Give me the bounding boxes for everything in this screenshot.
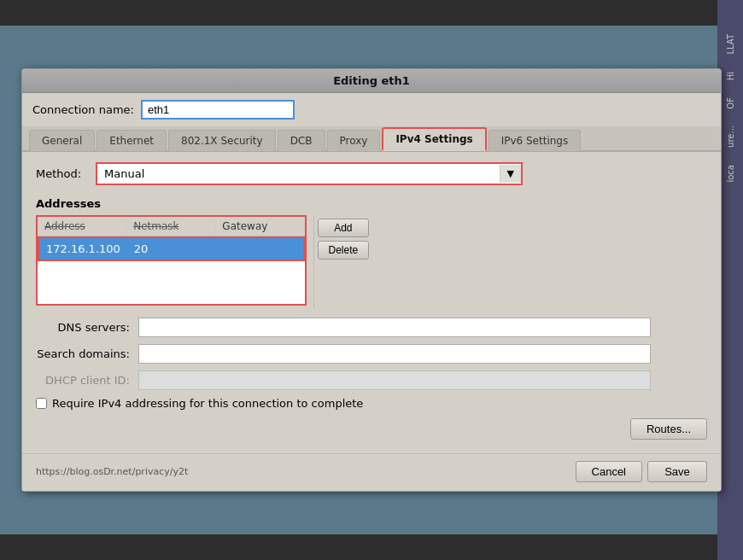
dialog-content: Method: Manual ▼ Addresses Address Netma… [22,152,721,453]
addresses-section-title: Addresses [36,197,707,210]
checkbox-row: Require IPv4 addressing for this connect… [36,397,707,410]
dhcp-row: DHCP client ID: [36,370,707,390]
col-netmask: Netmask [126,217,215,236]
cell-address: 172.16.1.100 [39,238,127,260]
dns-label: DNS servers: [36,321,130,334]
dhcp-label: DHCP client ID: [36,374,130,387]
method-value: Manual [97,164,500,184]
delete-button[interactable]: Delete [318,241,370,260]
footer-url: https://blog.osDr.net/privacy/y2t [36,466,188,477]
table-row[interactable]: 172.16.1.100 20 [38,236,305,261]
table-empty-space [38,261,305,304]
dhcp-input [138,370,651,390]
dialog-title: Editing eth1 [22,69,721,93]
save-button[interactable]: Save [647,461,707,482]
method-dropdown-arrow[interactable]: ▼ [500,165,521,183]
cancel-button[interactable]: Cancel [576,461,642,482]
address-action-buttons: Add Delete [313,215,373,309]
col-address: Address [38,217,126,236]
dns-input[interactable] [138,318,651,337]
tab-proxy[interactable]: Proxy [327,130,381,151]
connection-name-row: Connection name: [22,93,721,126]
search-label: Search domains: [36,347,130,360]
tab-security[interactable]: 802.1X Security [168,130,276,151]
search-row: Search domains: [36,344,707,364]
tab-ipv4[interactable]: IPv4 Settings [382,127,486,151]
connection-name-input[interactable] [141,100,295,120]
connection-name-label: Connection name: [32,103,134,116]
add-button[interactable]: Add [318,219,370,237]
tab-general[interactable]: General [29,130,95,151]
footer-buttons: Cancel Save [576,461,707,482]
method-row: Method: Manual ▼ [36,162,707,185]
checkbox-label: Require IPv4 addressing for this connect… [52,397,363,410]
cell-gateway [215,238,303,260]
dialog-footer: https://blog.osDr.net/privacy/y2t Cancel… [22,453,721,491]
edit-dialog: Editing eth1 Connection name: General Et… [21,68,722,492]
addresses-table: Address Netmask Gateway 172.16.1.100 20 [38,217,305,304]
ipv4-required-checkbox[interactable] [36,398,47,409]
table-header: Address Netmask Gateway [38,217,305,236]
tabs-bar: General Ethernet 802.1X Security DCB Pro… [22,126,721,152]
tab-dcb[interactable]: DCB [278,130,325,151]
method-select[interactable]: Manual ▼ [96,162,523,185]
cell-netmask: 20 [127,238,215,260]
col-gateway: Gateway [215,217,304,236]
method-label: Method: [36,167,87,180]
dns-row: DNS servers: [36,318,707,337]
tab-ethernet[interactable]: Ethernet [97,130,167,151]
routes-button[interactable]: Routes... [630,418,707,440]
addresses-table-wrapper: Address Netmask Gateway 172.16.1.100 20 [36,215,307,306]
search-input[interactable] [138,344,651,364]
tab-ipv6[interactable]: IPv6 Settings [489,130,582,151]
